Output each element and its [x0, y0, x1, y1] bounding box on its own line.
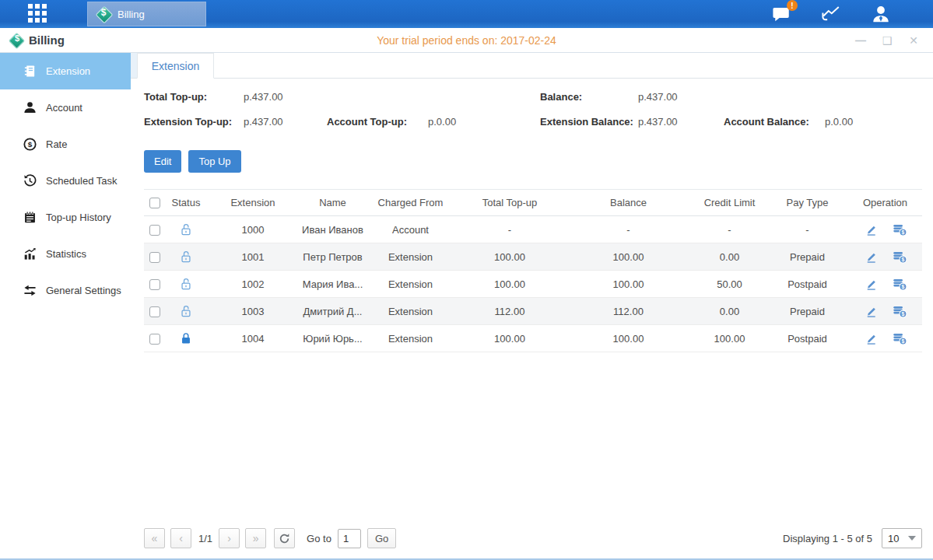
row-checkbox[interactable]	[149, 306, 160, 317]
col-total-topup: Total Top-up	[455, 190, 564, 216]
top-up-row-icon[interactable]: $	[893, 304, 907, 319]
action-buttons: Edit Top Up	[144, 150, 933, 173]
account-balance-label: Account Balance:	[724, 116, 809, 128]
cell-credit-limit: 0.00	[693, 298, 766, 325]
billing-window-icon: $	[9, 33, 23, 47]
goto-label: Go to	[307, 533, 331, 544]
cell-balance: -	[564, 216, 693, 243]
top-up-row-icon[interactable]: $	[893, 250, 907, 264]
app-menu-icon[interactable]	[28, 4, 48, 24]
maximize-icon[interactable]: ❑	[882, 35, 893, 46]
taskbar-icons: !	[770, 4, 933, 24]
cell-total-topup: 100.00	[455, 243, 564, 271]
taskbar: $ Billing !	[0, 0, 933, 28]
messages-icon[interactable]: !	[770, 4, 793, 24]
sidebar: Extension Account $ Rate	[0, 53, 131, 558]
prev-page-button[interactable]: ‹	[170, 528, 191, 548]
refresh-button[interactable]	[274, 528, 295, 548]
svg-text:$: $	[28, 140, 33, 149]
cell-charged-from: Account	[366, 216, 455, 243]
table-row: 1001 Петр Петров Extension 100.00 100.00…	[144, 243, 922, 271]
next-page-button[interactable]: ›	[219, 528, 240, 548]
edit-row-icon[interactable]	[864, 304, 879, 319]
taskbar-billing-tab[interactable]: $ Billing	[87, 2, 206, 26]
user-account-icon[interactable]	[869, 4, 893, 24]
goto-page-input[interactable]	[338, 529, 361, 548]
cell-name: Дмитрий Д...	[300, 298, 366, 325]
cell-charged-from: Extension	[366, 271, 455, 298]
row-checkbox[interactable]	[149, 279, 160, 290]
sidebar-item-scheduled-task[interactable]: Scheduled Task	[0, 163, 131, 199]
cell-balance: 100.00	[564, 325, 693, 352]
cell-total-topup: 100.00	[455, 271, 564, 298]
col-status: Status	[166, 190, 206, 216]
sidebar-item-topup-history[interactable]: Top-up History	[0, 199, 131, 236]
cell-charged-from: Extension	[366, 298, 455, 325]
lock-status-icon	[179, 304, 193, 316]
tab-extension[interactable]: Extension	[137, 53, 214, 79]
last-page-button[interactable]: »	[245, 528, 266, 548]
statistics-chart-icon	[23, 247, 37, 261]
close-icon[interactable]: ✕	[908, 35, 919, 46]
col-extension: Extension	[206, 190, 300, 216]
cell-charged-from: Extension	[366, 325, 455, 352]
sidebar-item-label: Top-up History	[46, 212, 111, 223]
window-body: Extension Account $ Rate	[0, 53, 933, 558]
extension-topup-value: p.437.00	[244, 116, 283, 128]
sidebar-item-rate[interactable]: $ Rate	[0, 126, 131, 163]
edit-row-icon[interactable]	[864, 222, 879, 237]
edit-row-icon[interactable]	[864, 250, 879, 264]
sidebar-item-statistics[interactable]: Statistics	[0, 236, 131, 272]
extension-topup-label: Extension Top-up:	[144, 116, 232, 128]
edit-row-icon[interactable]	[864, 277, 879, 292]
cell-charged-from: Extension	[366, 243, 455, 271]
refresh-icon	[279, 533, 290, 544]
col-name: Name	[300, 190, 366, 216]
sidebar-item-extension[interactable]: Extension	[0, 53, 131, 89]
page-indicator: 1/1	[198, 533, 212, 544]
minimize-icon[interactable]: —	[855, 35, 866, 46]
window-titlebar: $ Billing Your trial period ends on: 201…	[0, 28, 933, 53]
resource-monitor-icon[interactable]	[819, 4, 843, 24]
sidebar-item-account[interactable]: Account	[0, 89, 131, 126]
extension-balance-label: Extension Balance:	[540, 116, 633, 128]
cell-credit-limit: 50.00	[693, 271, 766, 298]
topup-history-notepad-icon	[23, 211, 37, 224]
cell-balance: 100.00	[564, 243, 693, 271]
row-checkbox[interactable]	[149, 334, 160, 345]
first-page-button[interactable]: «	[144, 528, 165, 548]
top-up-row-icon[interactable]: $	[893, 277, 907, 292]
cell-balance: 100.00	[564, 271, 693, 298]
row-checkbox[interactable]	[149, 225, 160, 236]
cell-credit-limit: 0.00	[693, 243, 766, 271]
notification-badge: !	[787, 0, 798, 11]
row-checkbox[interactable]	[149, 252, 160, 263]
total-topup-label: Total Top-up:	[144, 91, 207, 103]
go-button[interactable]: Go	[367, 528, 396, 548]
balance-value: p.437.00	[638, 91, 678, 103]
edit-row-icon[interactable]	[864, 331, 879, 346]
general-settings-arrows-icon	[23, 284, 37, 297]
top-up-row-icon[interactable]: $	[893, 222, 907, 237]
balance-summary: Total Top-up: p.437.00 Balance: p.437.00…	[144, 79, 922, 139]
sidebar-item-general-settings[interactable]: General Settings	[0, 272, 131, 309]
top-up-button[interactable]: Top Up	[188, 150, 240, 173]
sidebar-item-label: Statistics	[46, 248, 86, 260]
top-up-row-icon[interactable]: $	[893, 331, 907, 346]
cell-name: Юрий Юрь...	[300, 325, 366, 352]
sidebar-item-label: Extension	[46, 65, 90, 77]
select-all-checkbox[interactable]	[149, 198, 160, 208]
lock-status-icon	[179, 277, 193, 289]
page-size-select[interactable]: 10	[882, 528, 922, 548]
account-topup-value: p.0.00	[428, 116, 456, 128]
edit-button[interactable]: Edit	[144, 150, 181, 173]
col-operation: Operation	[848, 190, 922, 216]
rate-dollar-icon: $	[23, 138, 37, 151]
cell-name: Петр Петров	[300, 243, 366, 271]
cell-extension: 1004	[206, 325, 300, 352]
table-header-row: Status Extension Name Charged From Total…	[144, 190, 922, 216]
lock-status-icon	[179, 222, 193, 234]
billing-app-window: $ Billing !	[0, 0, 933, 560]
billing-dollar-diamond-icon: $	[96, 6, 111, 22]
cell-total-topup: -	[455, 216, 564, 243]
